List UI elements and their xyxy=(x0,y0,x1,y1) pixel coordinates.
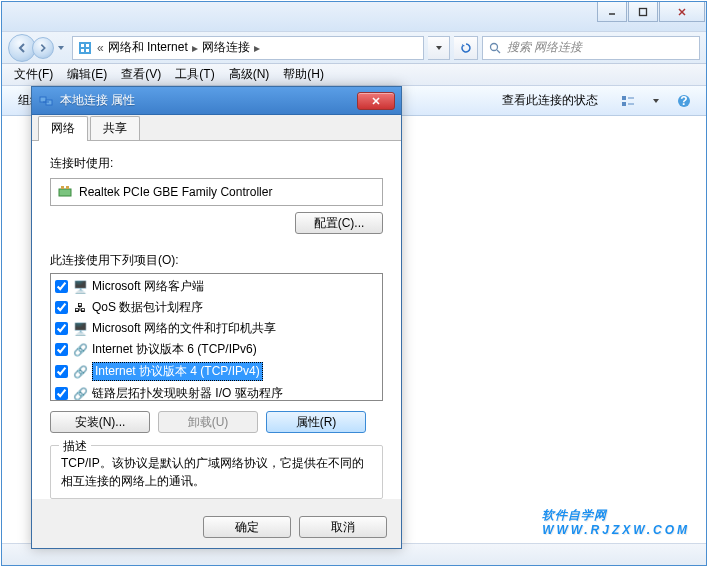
svg-rect-12 xyxy=(622,102,626,106)
address-dropdown[interactable] xyxy=(428,36,450,60)
configure-button[interactable]: 配置(C)... xyxy=(295,212,383,234)
menu-bar: 文件(F) 编辑(E) 查看(V) 工具(T) 高级(N) 帮助(H) xyxy=(2,64,706,86)
search-icon xyxy=(487,40,503,56)
list-item-selected: 🔗Internet 协议版本 4 (TCP/IPv4) xyxy=(51,360,382,383)
watermark: 软件自学网 WWW.RJZXW.COM xyxy=(542,490,690,537)
nav-history-dropdown[interactable] xyxy=(54,37,68,59)
description-label: 描述 xyxy=(59,438,91,455)
install-button[interactable]: 安装(N)... xyxy=(50,411,150,433)
svg-rect-11 xyxy=(622,96,626,100)
search-input[interactable]: 搜索 网络连接 xyxy=(482,36,700,60)
menu-file[interactable]: 文件(F) xyxy=(8,64,59,85)
svg-rect-7 xyxy=(81,49,84,52)
items-label: 此连接使用下列项目(O): xyxy=(50,252,383,269)
svg-rect-17 xyxy=(40,97,46,102)
properties-button[interactable]: 属性(R) xyxy=(266,411,366,433)
view-status-link[interactable]: 查看此连接的状态 xyxy=(496,90,604,111)
items-listbox[interactable]: 🖥️Microsoft 网络客户端 🖧QoS 数据包计划程序 🖥️Microso… xyxy=(50,273,383,401)
svg-rect-1 xyxy=(640,8,647,15)
close-button[interactable] xyxy=(659,2,705,22)
list-item: 🖧QoS 数据包计划程序 xyxy=(51,297,382,318)
svg-rect-6 xyxy=(86,44,89,47)
tab-strip: 网络 共享 xyxy=(32,115,401,141)
menu-view[interactable]: 查看(V) xyxy=(115,64,167,85)
dialog-titlebar[interactable]: 本地连接 属性 xyxy=(32,87,401,115)
refresh-button[interactable] xyxy=(454,36,478,60)
list-item: 🖥️Microsoft 网络的文件和打印机共享 xyxy=(51,318,382,339)
view-mode-button[interactable] xyxy=(616,89,640,113)
svg-rect-24 xyxy=(66,186,69,189)
menu-help[interactable]: 帮助(H) xyxy=(277,64,330,85)
adapter-field: Realtek PCIe GBE Family Controller xyxy=(50,178,383,206)
svg-rect-23 xyxy=(61,186,64,189)
svg-rect-4 xyxy=(79,42,91,54)
svg-rect-22 xyxy=(59,189,71,196)
properties-dialog: 本地连接 属性 网络 共享 连接时使用: Realtek PCIe GBE Fa… xyxy=(31,86,402,549)
client-icon: 🖥️ xyxy=(72,279,88,295)
adapter-icon xyxy=(57,184,73,200)
nav-forward-button[interactable] xyxy=(32,37,54,59)
connection-icon xyxy=(38,93,54,109)
svg-point-9 xyxy=(491,43,498,50)
control-panel-icon xyxy=(77,40,93,56)
crumb-network-connections[interactable]: 网络连接 xyxy=(198,39,254,56)
menu-edit[interactable]: 编辑(E) xyxy=(61,64,113,85)
svg-rect-5 xyxy=(81,44,84,47)
connect-using-label: 连接时使用: xyxy=(50,155,383,172)
svg-line-10 xyxy=(497,50,500,53)
service-icon: 🖧 xyxy=(72,300,88,316)
view-dropdown[interactable] xyxy=(644,89,668,113)
list-item: 🔗链路层拓扑发现映射器 I/O 驱动程序 xyxy=(51,383,382,401)
description-group: 描述 TCP/IP。该协议是默认的广域网络协议，它提供在不同的相互连接的网络上的… xyxy=(50,445,383,499)
uninstall-button: 卸载(U) xyxy=(158,411,258,433)
svg-rect-8 xyxy=(86,49,89,52)
protocol-icon: 🔗 xyxy=(72,386,88,402)
service-icon: 🖥️ xyxy=(72,321,88,337)
breadcrumb[interactable]: « 网络和 Internet ▸ 网络连接 ▸ xyxy=(72,36,424,60)
list-item: 🖥️Microsoft 网络客户端 xyxy=(51,276,382,297)
address-bar: « 网络和 Internet ▸ 网络连接 ▸ 搜索 网络连接 xyxy=(2,32,706,64)
explorer-window: « 网络和 Internet ▸ 网络连接 ▸ 搜索 网络连接 文件(F) 编辑… xyxy=(1,1,707,566)
list-item: 🔗Internet 协议版本 6 (TCP/IPv6) xyxy=(51,339,382,360)
menu-tools[interactable]: 工具(T) xyxy=(169,64,220,85)
cancel-button[interactable]: 取消 xyxy=(299,516,387,538)
description-text: TCP/IP。该协议是默认的广域网络协议，它提供在不同的相互连接的网络上的通讯。 xyxy=(61,454,372,490)
help-button[interactable]: ? xyxy=(672,89,696,113)
dialog-title: 本地连接 属性 xyxy=(60,92,357,109)
adapter-name: Realtek PCIe GBE Family Controller xyxy=(79,185,272,199)
crumb-network-internet[interactable]: 网络和 Internet xyxy=(104,39,192,56)
tab-network[interactable]: 网络 xyxy=(38,116,88,141)
window-titlebar xyxy=(2,2,706,32)
tab-share[interactable]: 共享 xyxy=(90,116,140,140)
minimize-button[interactable] xyxy=(597,2,627,22)
ok-button[interactable]: 确定 xyxy=(203,516,291,538)
menu-advanced[interactable]: 高级(N) xyxy=(223,64,276,85)
dialog-close-button[interactable] xyxy=(357,92,395,110)
svg-text:?: ? xyxy=(680,94,687,108)
maximize-button[interactable] xyxy=(628,2,658,22)
protocol-icon: 🔗 xyxy=(72,342,88,358)
protocol-icon: 🔗 xyxy=(72,364,88,380)
